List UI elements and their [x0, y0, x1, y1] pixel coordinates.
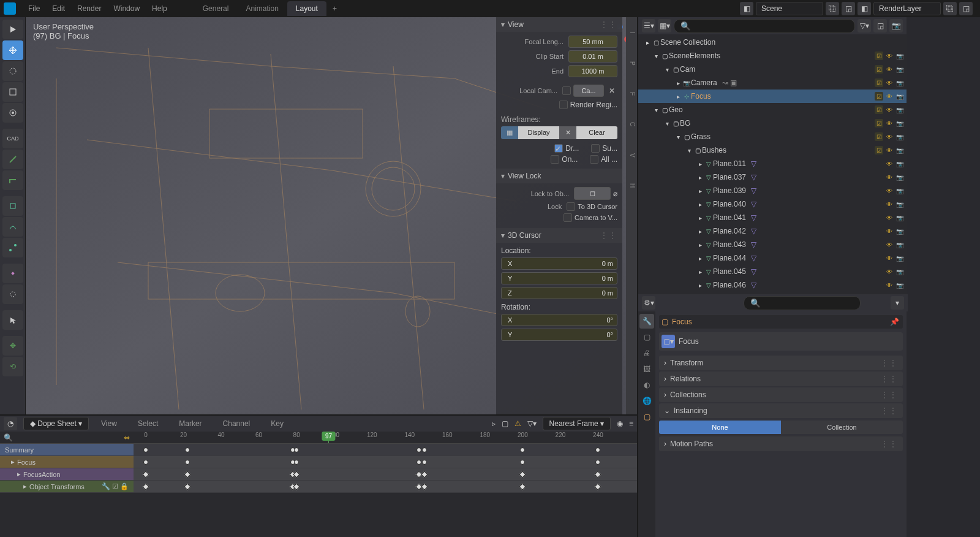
- rotate-tool[interactable]: [2, 103, 23, 123]
- keyframe[interactable]: [520, 448, 525, 452]
- props-tab-scene[interactable]: ◐: [639, 378, 654, 392]
- layer-browse-icon[interactable]: ◧: [858, 2, 871, 15]
- outliner-search-input[interactable]: [674, 19, 855, 33]
- visibility-icon[interactable]: 👁: [885, 213, 894, 222]
- outliner-filter-icon[interactable]: ▽▾: [858, 19, 871, 32]
- outliner-mode-icon[interactable]: ☰▾: [642, 19, 655, 32]
- workspace-tab-general[interactable]: General: [194, 1, 238, 16]
- clip-end-field[interactable]: 1000 m: [568, 65, 617, 77]
- pointer-icon[interactable]: ▹: [492, 419, 496, 428]
- transform-tool[interactable]: [2, 264, 23, 283]
- local-camera-clear-icon[interactable]: ✕: [606, 86, 617, 95]
- dope-editor-type-icon[interactable]: ◔: [4, 417, 17, 430]
- expand-icon[interactable]: ▾: [663, 119, 671, 128]
- render-visibility-icon[interactable]: 📷: [895, 51, 904, 60]
- render-visibility-icon[interactable]: 📷: [895, 92, 904, 101]
- search-icon[interactable]: 🔍: [4, 433, 13, 442]
- tree-row-plane-039[interactable]: ▸▽Plane.039▽👁📷: [638, 184, 907, 197]
- exclude-check-icon[interactable]: ☑: [875, 92, 883, 101]
- keyframe[interactable]: [422, 448, 427, 452]
- keyframe[interactable]: [421, 471, 428, 478]
- visibility-icon[interactable]: 👁: [885, 173, 894, 181]
- tree-row-cam[interactable]: ▾▢Cam☑👁📷: [638, 63, 907, 76]
- keyframe[interactable]: [519, 471, 526, 478]
- keyframe[interactable]: [185, 448, 190, 452]
- tree-row-plane-037[interactable]: ▸▽Plane.037▽👁📷: [638, 170, 907, 184]
- local-camera-field[interactable]: Ca...: [573, 85, 604, 97]
- n-tab-p[interactable]: P: [626, 48, 637, 78]
- visibility-icon[interactable]: 👁: [885, 240, 894, 249]
- visibility-icon[interactable]: 👁: [885, 159, 894, 168]
- tree-row-plane-040[interactable]: ▸▽Plane.040▽👁📷: [638, 197, 907, 211]
- render-visibility-icon[interactable]: 📷: [895, 132, 904, 141]
- tree-row-plane-011[interactable]: ▸▽Plane.011▽👁📷: [638, 157, 907, 170]
- menu-help[interactable]: Help: [146, 2, 173, 15]
- render-visibility-icon[interactable]: 📷: [895, 227, 904, 235]
- view-panel-header[interactable]: ▾View⋮⋮: [496, 17, 622, 32]
- render-visibility-icon[interactable]: 📷: [895, 281, 904, 289]
- add-curve-tool[interactable]: [2, 217, 23, 237]
- n-tab-v[interactable]: V: [626, 140, 637, 170]
- wf-only-check[interactable]: [551, 155, 559, 164]
- layer-copy-button[interactable]: ⿻: [943, 2, 957, 15]
- annotate-tool[interactable]: [2, 150, 23, 169]
- tree-row-plane-044[interactable]: ▸▽Plane.044▽👁📷: [638, 251, 907, 265]
- visibility-icon[interactable]: 👁: [885, 186, 894, 195]
- visibility-icon[interactable]: 👁: [885, 267, 894, 276]
- measure-tool[interactable]: [2, 170, 23, 190]
- track-label-summary[interactable]: Summary: [0, 444, 134, 455]
- visibility-icon[interactable]: 👁: [885, 200, 894, 208]
- props-tab-view[interactable]: 🖼: [639, 362, 654, 376]
- exclude-check-icon[interactable]: ☑: [875, 105, 883, 114]
- tree-row-camera[interactable]: ▸📷Camera↝ ▣☑👁📷: [638, 76, 907, 90]
- tree-row-plane-042[interactable]: ▸▽Plane.042▽👁📷: [638, 224, 907, 238]
- keyframe[interactable]: [417, 448, 421, 452]
- render-visibility-icon[interactable]: 📷: [895, 254, 904, 262]
- render-visibility-icon[interactable]: 📷: [895, 105, 904, 114]
- wireframe-display-button[interactable]: Display: [518, 126, 559, 139]
- cad-tool[interactable]: CAD: [2, 129, 23, 148]
- keyframe[interactable]: [595, 483, 601, 490]
- layer-pin-button[interactable]: ◲: [959, 2, 973, 15]
- transform-section[interactable]: ›Transform⋮⋮: [659, 356, 903, 370]
- lock-3d-cursor-check[interactable]: [567, 202, 575, 211]
- exclude-check-icon[interactable]: ☑: [875, 146, 883, 154]
- expand-icon[interactable]: ▸: [696, 159, 704, 168]
- exclude-check-icon[interactable]: ☑: [875, 78, 883, 87]
- outliner-display-icon[interactable]: ▦▾: [658, 19, 671, 32]
- warning-icon[interactable]: ⚠: [514, 419, 521, 428]
- render-visibility-icon[interactable]: 📷: [895, 159, 904, 168]
- visibility-icon[interactable]: 👁: [885, 146, 894, 154]
- render-visibility-icon[interactable]: 📷: [895, 146, 904, 154]
- render-layer-field[interactable]: RenderLayer: [873, 2, 941, 15]
- wf-suppress-check[interactable]: [591, 144, 600, 153]
- keyframe[interactable]: [142, 483, 149, 490]
- data-block-icon[interactable]: ▢▾: [662, 335, 675, 348]
- visibility-icon[interactable]: 👁: [885, 51, 894, 60]
- menu-file[interactable]: File: [22, 2, 46, 15]
- keyframe[interactable]: [519, 483, 526, 490]
- instancing-none-button[interactable]: None: [659, 421, 781, 434]
- render-visibility-icon[interactable]: 📷: [895, 78, 904, 87]
- props-tab-tool[interactable]: 🔧: [639, 314, 654, 329]
- pin-icon[interactable]: 📌: [890, 318, 900, 326]
- gizmo-move-tool[interactable]: ✥: [2, 336, 23, 356]
- expand-icon[interactable]: ▸: [696, 254, 704, 262]
- expand-icon[interactable]: ▸: [696, 186, 704, 195]
- props-tab-object[interactable]: ▢: [639, 409, 654, 424]
- expand-icon[interactable]: ▸: [696, 200, 704, 208]
- n-tab-c[interactable]: C: [626, 109, 637, 140]
- track-keys[interactable]: [134, 468, 637, 480]
- n-tab-f[interactable]: F: [626, 78, 637, 109]
- keyframe[interactable]: [142, 471, 149, 478]
- expand-icon[interactable]: ▸: [696, 281, 704, 289]
- render-region-check[interactable]: [559, 101, 568, 109]
- keyframe[interactable]: [184, 483, 190, 490]
- lock-to-object-field[interactable]: ◻: [574, 187, 611, 200]
- expand-icon[interactable]: ▸: [696, 173, 704, 181]
- cursor-tool[interactable]: [2, 61, 23, 81]
- pointer-tool[interactable]: [2, 310, 23, 330]
- motion-paths-section[interactable]: ›Motion Paths⋮⋮: [659, 436, 903, 451]
- render-visibility-icon[interactable]: 📷: [895, 186, 904, 195]
- keyframe[interactable]: [417, 460, 421, 465]
